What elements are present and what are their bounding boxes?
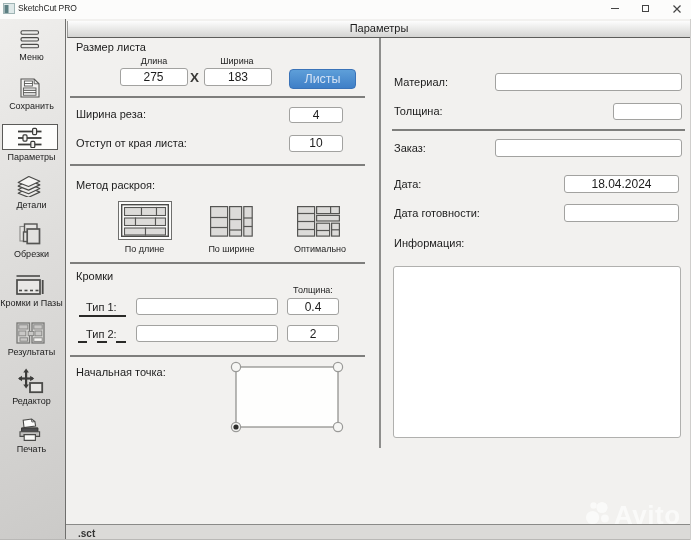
- svg-text:Avito: Avito: [614, 500, 681, 528]
